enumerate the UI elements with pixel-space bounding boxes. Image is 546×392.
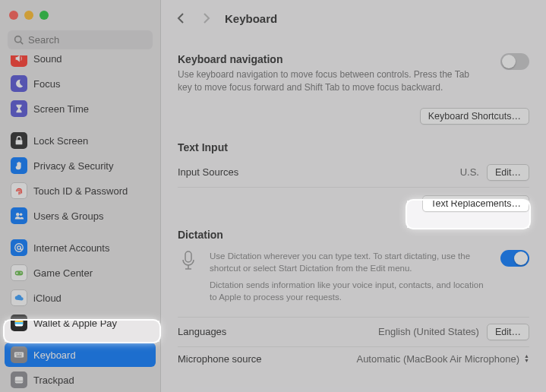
toolbar: Keyboard bbox=[161, 0, 546, 36]
sidebar: SoundFocusScreen TimeLock ScreenPrivacy … bbox=[0, 0, 161, 392]
sidebar-item-label: iCloud bbox=[33, 292, 62, 304]
svg-rect-2 bbox=[16, 140, 23, 144]
keyboard-shortcuts-button[interactable]: Keyboard Shortcuts… bbox=[420, 108, 529, 125]
hand-icon bbox=[11, 157, 27, 174]
at-icon bbox=[11, 239, 27, 256]
dictation-desc-2: Dictation sends information like your vo… bbox=[210, 279, 490, 303]
svg-rect-17 bbox=[17, 356, 22, 356]
search-field[interactable] bbox=[8, 30, 153, 49]
fingerprint-icon bbox=[11, 182, 27, 199]
svg-rect-16 bbox=[21, 353, 21, 354]
minimize-window-button[interactable] bbox=[24, 11, 33, 20]
keyboard-navigation-title: Keyboard navigation bbox=[178, 53, 474, 65]
back-button[interactable] bbox=[173, 11, 188, 26]
keyboard-icon bbox=[11, 346, 27, 363]
trackpad-icon bbox=[11, 371, 27, 388]
forward-button[interactable] bbox=[199, 11, 214, 26]
svg-rect-12 bbox=[14, 352, 24, 358]
gamepad-icon bbox=[11, 264, 27, 281]
sidebar-item-label: Focus bbox=[33, 78, 60, 90]
search-input[interactable] bbox=[28, 34, 147, 46]
dictation-languages-label: Languages bbox=[178, 326, 226, 337]
svg-point-0 bbox=[15, 36, 21, 43]
sidebar-item-keyboard[interactable]: Keyboard bbox=[5, 343, 156, 367]
sidebar-item-label: Touch ID & Password bbox=[33, 185, 128, 197]
sidebar-item-label: Screen Time bbox=[33, 103, 89, 115]
input-sources-label: Input Sources bbox=[178, 166, 238, 178]
users-icon bbox=[11, 207, 27, 224]
zoom-window-button[interactable] bbox=[39, 11, 49, 20]
sidebar-item-privacy-security[interactable]: Privacy & Security bbox=[5, 153, 156, 178]
microphone-source-select[interactable]: Automatic (MacBook Air Microphone) ▲▼ bbox=[356, 353, 529, 365]
dictation-desc-1: Use Dictation wherever you can type text… bbox=[210, 250, 490, 274]
sidebar-item-trackpad[interactable]: Trackpad bbox=[5, 368, 156, 392]
sidebar-item-label: Trackpad bbox=[33, 375, 74, 386]
microphone-source-value: Automatic (MacBook Air Microphone) bbox=[356, 353, 519, 365]
microphone-source-label: Microphone source bbox=[178, 353, 262, 365]
sidebar-item-label: Users & Groups bbox=[33, 210, 103, 222]
svg-point-3 bbox=[16, 213, 19, 216]
dictation-languages-edit-button[interactable]: Edit… bbox=[487, 324, 529, 340]
sidebar-item-label: Wallet & Apple Pay bbox=[33, 318, 117, 329]
sidebar-item-label: Keyboard bbox=[33, 349, 76, 361]
sidebar-item-focus[interactable]: Focus bbox=[5, 71, 156, 96]
sidebar-item-icloud[interactable]: iCloud bbox=[5, 286, 156, 310]
input-sources-row: Input Sources U.S. Edit… bbox=[178, 158, 529, 188]
svg-rect-14 bbox=[17, 353, 18, 354]
svg-rect-15 bbox=[19, 353, 20, 354]
keyboard-navigation-toggle[interactable] bbox=[500, 53, 529, 70]
dictation-title: Dictation bbox=[178, 229, 529, 241]
sidebar-item-label: Lock Screen bbox=[33, 135, 88, 147]
sidebar-item-touch-id-password[interactable]: Touch ID & Password bbox=[5, 179, 156, 203]
dictation-description-row: Use Dictation wherever you can type text… bbox=[178, 244, 529, 318]
keyboard-navigation-section: Keyboard navigation Use keyboard navigat… bbox=[178, 47, 529, 125]
svg-rect-23 bbox=[185, 251, 191, 262]
microphone-source-row: Microphone source Automatic (MacBook Air… bbox=[178, 347, 529, 371]
text-replacements-button[interactable]: Text Replacements… bbox=[422, 195, 529, 212]
sidebar-item-users-groups[interactable]: Users & Groups bbox=[5, 204, 156, 228]
svg-rect-13 bbox=[16, 353, 17, 354]
sidebar-item-label: Sound bbox=[33, 55, 62, 65]
sidebar-item-game-center[interactable]: Game Center bbox=[5, 261, 156, 285]
svg-rect-10 bbox=[15, 321, 24, 323]
svg-point-8 bbox=[21, 272, 22, 273]
text-input-title: Text Input bbox=[178, 141, 529, 153]
keyboard-navigation-desc: Use keyboard navigation to move focus be… bbox=[178, 68, 474, 94]
input-sources-value: U.S. bbox=[460, 166, 479, 178]
svg-point-4 bbox=[20, 213, 23, 217]
dictation-languages-row: Languages English (United States) Edit… bbox=[178, 318, 529, 347]
speaker-icon bbox=[11, 55, 27, 67]
cloud-icon bbox=[11, 289, 27, 306]
hourglass-icon bbox=[11, 100, 27, 117]
titlebar bbox=[0, 0, 160, 30]
sidebar-item-label: Privacy & Security bbox=[33, 160, 113, 172]
sidebar-item-screen-time[interactable]: Screen Time bbox=[5, 96, 156, 121]
page-title: Keyboard bbox=[225, 12, 277, 25]
wallet-icon bbox=[11, 315, 27, 331]
content: Keyboard navigation Use keyboard navigat… bbox=[161, 36, 546, 392]
search-icon bbox=[14, 35, 24, 45]
sidebar-item-wallet-apple-pay[interactable]: Wallet & Apple Pay bbox=[5, 311, 156, 335]
sidebar-item-label: Internet Accounts bbox=[33, 242, 109, 254]
chevron-updown-icon: ▲▼ bbox=[524, 354, 529, 363]
sidebar-item-lock-screen[interactable]: Lock Screen bbox=[5, 128, 156, 153]
svg-rect-11 bbox=[15, 322, 24, 324]
text-input-section: Text Input Input Sources U.S. Edit… Text… bbox=[178, 141, 529, 212]
lock-icon bbox=[11, 132, 27, 149]
sidebar-list: SoundFocusScreen TimeLock ScreenPrivacy … bbox=[0, 55, 160, 392]
close-window-button[interactable] bbox=[9, 11, 18, 20]
moon-icon bbox=[11, 75, 27, 92]
dictation-toggle[interactable] bbox=[500, 250, 529, 267]
microphone-icon bbox=[178, 250, 199, 271]
sidebar-item-sound[interactable]: Sound bbox=[5, 55, 156, 71]
dictation-languages-value: English (United States) bbox=[378, 326, 479, 337]
svg-line-1 bbox=[21, 42, 23, 44]
window-controls bbox=[9, 11, 49, 20]
svg-rect-18 bbox=[15, 377, 24, 384]
sidebar-item-internet-accounts[interactable]: Internet Accounts bbox=[5, 236, 156, 260]
main-pane: Keyboard Keyboard navigation Use keyboar… bbox=[161, 0, 546, 392]
svg-point-5 bbox=[15, 244, 24, 252]
dictation-section: Dictation Use Dictation wherever you can… bbox=[178, 229, 529, 371]
input-sources-edit-button[interactable]: Edit… bbox=[487, 164, 529, 181]
settings-window: SoundFocusScreen TimeLock ScreenPrivacy … bbox=[0, 0, 546, 392]
